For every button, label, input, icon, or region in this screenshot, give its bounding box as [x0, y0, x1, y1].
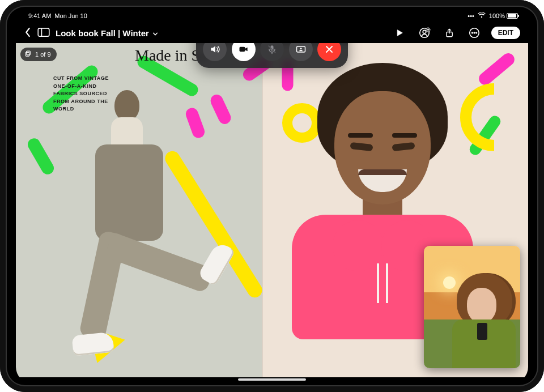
marker-stroke — [26, 136, 56, 177]
page-indicator-button[interactable]: 1 of 9 — [20, 48, 57, 61]
share-button[interactable] — [441, 25, 457, 41]
svg-rect-12 — [239, 47, 245, 52]
mute-button[interactable] — [260, 43, 284, 61]
document-canvas[interactable]: Made in Sa CUT FROM VINTAGE ONE-OF-A-KIN… — [16, 43, 528, 377]
chevron-down-icon — [152, 28, 158, 38]
page-indicator-label: 1 of 9 — [35, 51, 51, 58]
document-title-menu[interactable]: Look book Fall | Winter — [56, 28, 158, 38]
status-date: Mon Jun 10 — [54, 12, 87, 19]
camera-toggle-button[interactable] — [232, 43, 256, 61]
status-ellipsis: ••• — [468, 12, 474, 19]
pip-person — [449, 273, 517, 368]
wifi-icon — [478, 12, 486, 19]
battery-indicator: 100% — [489, 12, 518, 19]
home-indicator[interactable] — [238, 378, 306, 381]
svg-rect-0 — [38, 28, 49, 36]
svg-point-7 — [471, 32, 473, 33]
end-call-button[interactable] — [317, 43, 341, 61]
battery-percent: 100% — [489, 12, 505, 19]
app-toolbar: Look book Fall | Winter — [16, 23, 528, 43]
marker-stroke — [184, 106, 206, 139]
marker-stroke — [209, 93, 233, 126]
share-content-button[interactable] — [289, 43, 313, 61]
play-button[interactable] — [392, 25, 407, 41]
pip-self-view[interactable] — [424, 246, 520, 368]
more-button[interactable] — [466, 25, 482, 41]
stack-icon — [25, 50, 32, 58]
back-button[interactable] — [24, 27, 32, 39]
audio-route-button[interactable] — [203, 43, 227, 61]
svg-point-16 — [300, 48, 301, 49]
page-subcopy: CUT FROM VINTAGE ONE-OF-A-KIND FABRICS S… — [53, 75, 110, 113]
svg-point-8 — [473, 32, 474, 33]
photo-left-model — [67, 90, 180, 339]
svg-point-3 — [423, 30, 426, 33]
svg-point-9 — [475, 32, 477, 33]
sidebar-toggle-button[interactable] — [37, 28, 50, 39]
document-title: Look book Fall | Winter — [56, 28, 149, 38]
ipad-frame: 9:41 AM Mon Jun 10 ••• 100% — [0, 0, 544, 392]
status-time: 9:41 AM — [28, 12, 51, 19]
facetime-controls-panel[interactable]: Darla Davidson Look book Fall | Winter i — [196, 43, 348, 68]
screen: 9:41 AM Mon Jun 10 ••• 100% — [16, 9, 528, 383]
status-bar: 9:41 AM Mon Jun 10 ••• 100% — [16, 9, 528, 23]
collaborate-button[interactable] — [416, 25, 432, 41]
edit-button[interactable]: EDIT — [491, 27, 520, 39]
